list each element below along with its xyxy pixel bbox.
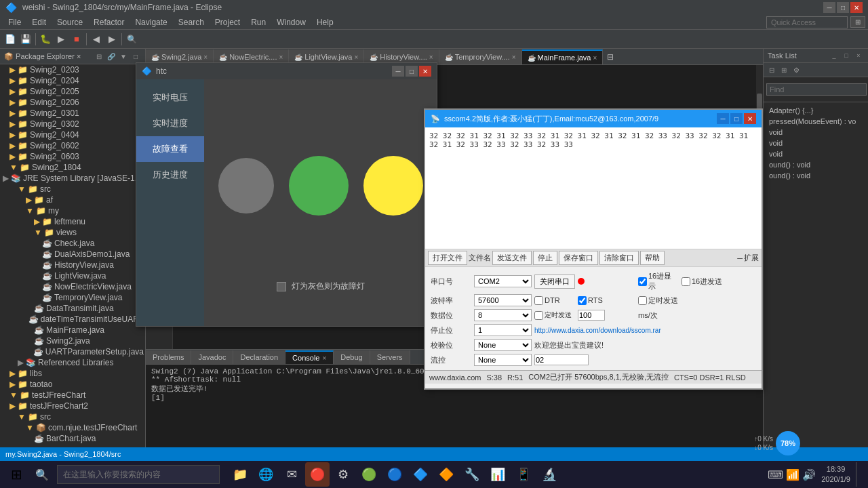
task-close-button[interactable]: × (853, 51, 864, 60)
tree-item[interactable]: ☕BarChart.java (0, 433, 145, 444)
taskbar-item-app3[interactable]: 🟢 (357, 462, 381, 487)
menu-project[interactable]: Project (210, 16, 245, 28)
tree-item[interactable]: ☕TemproryView.java (0, 292, 145, 303)
tab-mainframe-active[interactable]: ☕ MainFrame.java × (522, 49, 604, 64)
htc-menu-实时进度[interactable]: 实时进度 (136, 110, 204, 136)
send-input[interactable] (534, 354, 589, 365)
tree-item[interactable]: ☕NowElectricView.java (0, 281, 145, 292)
tree-item[interactable]: ▶📁taotao (0, 379, 145, 390)
search-toolbar-button[interactable]: 🔍 (124, 32, 139, 47)
interval-input[interactable] (578, 310, 605, 321)
quick-access-input[interactable] (766, 16, 848, 28)
taskbar-item-app5[interactable]: 🔷 (408, 462, 433, 487)
sscom-data-content[interactable]: 32 32 32 31 32 31 32 33 32 31 32 31 32 3… (425, 127, 762, 249)
sscom-stop-btn[interactable]: 停止 (533, 251, 557, 265)
htc-menu-故障查看[interactable]: 故障查看 (136, 136, 204, 162)
task-collapse-btn[interactable]: ⊟ (766, 64, 777, 75)
menu-run[interactable]: Run (245, 16, 271, 28)
tree-item[interactable]: ☕DataTransimit.java (0, 303, 145, 314)
tree-item[interactable]: ☕MainFrame.java (0, 325, 145, 336)
tree-item[interactable]: ☕DualAxisDemo1.java (0, 249, 145, 260)
outline-item[interactable]: Adapter() {...} (766, 105, 865, 116)
port-select[interactable]: COM2 (474, 275, 532, 287)
taskbar-item-chrome[interactable]: 🌐 (254, 462, 278, 487)
htc-menu-实时电压[interactable]: 实时电压 (136, 85, 204, 110)
sscom-send-file-btn[interactable]: 发送文件 (492, 251, 532, 265)
taskbar-item-app10[interactable]: 🔬 (537, 462, 561, 487)
cortana-button[interactable]: 🔍 (30, 462, 54, 487)
tree-item[interactable]: ▶📁libs (0, 368, 145, 379)
tab-overflow[interactable]: ⊟ (603, 49, 618, 64)
taskbar-item-app1[interactable]: 🔴 (305, 462, 330, 487)
menu-edit[interactable]: Edit (26, 16, 52, 28)
perspective-button[interactable]: ⊞ (850, 16, 865, 28)
tab-temproryview[interactable]: ☕ TemproryView.... × (439, 49, 522, 64)
taskbar-item-app8[interactable]: 📊 (486, 462, 510, 487)
task-find-input[interactable] (766, 83, 867, 96)
tree-item[interactable]: ▶📁Swing2_0404 (0, 129, 145, 140)
task-filter-btn[interactable]: ⚙ (791, 64, 802, 75)
menu-search[interactable]: Search (173, 16, 210, 28)
sscom-close-btn[interactable]: ✕ (744, 113, 756, 124)
sscom-save-window-btn[interactable]: 保存窗口 (559, 251, 598, 265)
taskbar-item-app9[interactable]: 📱 (511, 462, 536, 487)
auto-send-cb[interactable] (638, 296, 647, 305)
sscom-clear-window-btn[interactable]: 清除窗口 (599, 251, 639, 265)
tab-servers[interactable]: Servers (370, 350, 410, 364)
tree-item[interactable]: ▶📚Referenced Libraries (0, 357, 145, 368)
start-button[interactable]: ⊞ (3, 462, 30, 487)
stop-bits-select[interactable]: 1 (474, 324, 532, 336)
htc-close-btn[interactable]: ✕ (419, 66, 431, 77)
baud-select[interactable]: 57600 (474, 294, 532, 306)
tree-item[interactable]: ☕Swing2.java (0, 336, 145, 346)
close-button[interactable]: ✕ (850, 2, 863, 13)
tree-item[interactable]: ▼📁Swing2_1804 (0, 162, 145, 173)
tree-item[interactable]: ▼📁src (0, 411, 145, 422)
tree-item[interactable]: ☕HistoryView.java (0, 260, 145, 270)
tree-item[interactable]: ☕LightView.java (0, 270, 145, 281)
taskbar-item-app7[interactable]: 🔧 (460, 462, 484, 487)
collapse-button[interactable]: ⊟ (94, 51, 104, 62)
debug-button[interactable]: 🐛 (38, 32, 53, 47)
outline-item[interactable]: void (766, 148, 865, 159)
stop-button[interactable]: ■ (69, 32, 84, 47)
data-bits-select[interactable]: 8 (474, 309, 532, 321)
htc-maximize-btn[interactable]: □ (406, 66, 418, 77)
tree-item[interactable]: ☕dateTimeTransimitUseUART (0, 314, 145, 325)
save-button[interactable]: 💾 (18, 32, 33, 47)
outline-item[interactable]: ound() : void (766, 159, 865, 170)
tree-item[interactable]: ▼📁src (0, 184, 145, 195)
tree-item[interactable]: ▶📁Swing2_0204 (0, 75, 145, 86)
tree-item[interactable]: ▶📁testJFreeChart2 (0, 401, 145, 411)
tree-item[interactable]: ▶📁Swing2_0203 (0, 64, 145, 75)
tree-item[interactable]: ▶📁Swing2_0603 (0, 151, 145, 162)
tree-item[interactable]: ▶📁Swing2_0602 (0, 140, 145, 151)
outline-item[interactable]: ound() : void (766, 170, 865, 181)
menu-source[interactable]: Source (52, 16, 88, 28)
show-desktop-btn[interactable] (856, 462, 860, 487)
outline-item[interactable]: pressed(MouseEvent) : vo (766, 116, 865, 127)
dtr-cb[interactable] (534, 296, 543, 305)
menu-help[interactable]: Help (311, 16, 339, 28)
tree-item[interactable]: ☕Check.java (0, 238, 145, 249)
menu-refactor[interactable]: Refactor (88, 16, 130, 28)
tree-item[interactable]: ▶📁Swing2_0301 (0, 108, 145, 119)
outline-item[interactable]: void (766, 127, 865, 138)
rts-cb[interactable] (578, 296, 587, 305)
taskbar-item-app6[interactable]: 🔶 (434, 462, 458, 487)
prev-button[interactable]: ◀ (89, 32, 104, 47)
taskbar-search-input[interactable] (57, 465, 220, 484)
sscom-minimize-btn[interactable]: ─ (717, 113, 729, 124)
sscom-help-btn[interactable]: 帮助 (640, 251, 665, 265)
tab-problems[interactable]: Problems (146, 350, 191, 364)
next-button[interactable]: ▶ (104, 32, 119, 47)
tree-item[interactable]: ▼📁testJFreeChart (0, 390, 145, 401)
link-button[interactable]: 🔗 (106, 51, 117, 62)
tree-view[interactable]: ▶📁Swing2_0203 ▶📁Swing2_0204 ▶📁Swing2_020… (0, 64, 145, 447)
flow-select[interactable]: None (474, 354, 532, 366)
menu-window[interactable]: Window (271, 16, 311, 28)
tab-declaration[interactable]: Declaration (233, 350, 285, 364)
tab-debug[interactable]: Debug (334, 350, 370, 364)
parity-select[interactable]: None (474, 339, 532, 351)
tree-item[interactable]: ▶📁Swing2_0302 (0, 119, 145, 129)
